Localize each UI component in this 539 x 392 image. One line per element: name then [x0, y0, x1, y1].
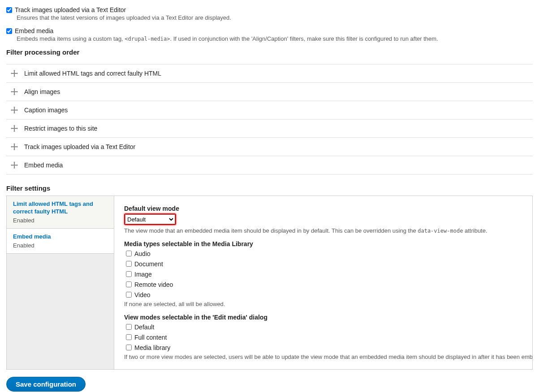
- track-images-help: Ensures that the latest versions of imag…: [17, 14, 533, 21]
- view-mode-media-library-checkbox[interactable]: [126, 345, 132, 350]
- tab-sub: Enabled: [13, 242, 108, 249]
- order-item[interactable]: Track images uploaded via a Text Editor: [6, 138, 533, 156]
- tabs-content: Default view mode Default The view mode …: [114, 196, 532, 369]
- default-view-mode-desc: The view mode that an embedded media ite…: [124, 227, 522, 234]
- media-type-image-checkbox[interactable]: [126, 271, 132, 277]
- drag-handle-icon[interactable]: [11, 88, 18, 95]
- media-type-option: Audio: [134, 250, 151, 257]
- filter-order-heading: Filter processing order: [6, 48, 533, 56]
- embed-media-label: Embed media: [15, 27, 53, 34]
- drag-handle-icon[interactable]: [11, 70, 18, 77]
- tabs-sidebar: Limit allowed HTML tags and correct faul…: [7, 196, 114, 369]
- filter-settings-heading: Filter settings: [6, 184, 533, 192]
- tab-title: Embed media: [13, 233, 108, 241]
- track-images-label: Track images uploaded via a Text Editor: [15, 6, 126, 13]
- drag-handle-icon[interactable]: [11, 143, 18, 150]
- default-view-mode-select-wrap: Default: [124, 213, 176, 225]
- default-view-mode-label: Default view mode: [124, 205, 522, 212]
- track-images-checkbox[interactable]: [6, 7, 12, 13]
- filter-settings-tabs: Limit allowed HTML tags and correct faul…: [6, 196, 533, 370]
- tab-embed-media[interactable]: Embed media Enabled: [7, 229, 114, 254]
- embed-media-checkbox[interactable]: [6, 28, 12, 34]
- view-mode-option: Default: [134, 324, 154, 331]
- media-type-option: Remote video: [134, 281, 173, 288]
- media-types-help: If none are selected, all will be allowe…: [124, 301, 522, 307]
- save-configuration-button[interactable]: Save configuration: [6, 377, 86, 392]
- media-type-document-checkbox[interactable]: [126, 261, 132, 267]
- media-type-remote-video-checkbox[interactable]: [126, 281, 132, 287]
- drag-handle-icon[interactable]: [11, 162, 18, 169]
- order-item-label: Align images: [24, 88, 60, 95]
- order-item-label: Embed media: [24, 162, 63, 169]
- media-type-option: Document: [134, 260, 163, 268]
- media-type-option: Video: [134, 291, 151, 298]
- order-item-label: Limit allowed HTML tags and correct faul…: [24, 70, 161, 77]
- order-item[interactable]: Limit allowed HTML tags and correct faul…: [6, 64, 533, 83]
- view-modes-list: Default Full content Media library: [124, 323, 522, 352]
- tab-limit-html[interactable]: Limit allowed HTML tags and correct faul…: [7, 196, 114, 229]
- drag-handle-icon[interactable]: [11, 107, 18, 114]
- view-modes-help: If two or more view modes are selected, …: [124, 354, 522, 360]
- view-mode-full-content-checkbox[interactable]: [126, 334, 132, 340]
- order-item[interactable]: Align images: [6, 83, 533, 101]
- view-mode-option: Media library: [134, 344, 170, 351]
- drag-handle-icon[interactable]: [11, 125, 18, 132]
- order-item-label: Track images uploaded via a Text Editor: [24, 143, 135, 150]
- order-item[interactable]: Caption images: [6, 101, 533, 119]
- embed-media-help: Embeds media items using a custom tag, <…: [17, 35, 533, 42]
- order-item[interactable]: Embed media: [6, 156, 533, 175]
- media-type-audio-checkbox[interactable]: [126, 251, 132, 256]
- filter-checkbox-embed-media: Embed media Embeds media items using a c…: [6, 27, 533, 42]
- media-types-list: Audio Document Image Remote video Video: [124, 249, 522, 299]
- filter-order-list: Limit allowed HTML tags and correct faul…: [6, 64, 533, 175]
- view-modes-label: View modes selectable in the 'Edit media…: [124, 314, 522, 321]
- tab-title: Limit allowed HTML tags and correct faul…: [13, 200, 108, 216]
- filter-checkbox-track-images: Track images uploaded via a Text Editor …: [6, 6, 533, 21]
- order-item[interactable]: Restrict images to this site: [6, 119, 533, 138]
- default-view-mode-select[interactable]: Default: [125, 214, 175, 224]
- order-item-label: Caption images: [24, 107, 68, 114]
- media-type-video-checkbox[interactable]: [126, 292, 132, 298]
- view-mode-default-checkbox[interactable]: [126, 324, 132, 330]
- order-item-label: Restrict images to this site: [24, 125, 97, 132]
- media-type-option: Image: [134, 271, 152, 278]
- view-mode-option: Full content: [134, 334, 167, 341]
- tab-sub: Enabled: [13, 217, 108, 224]
- media-types-label: Media types selectable in the Media Libr…: [124, 240, 522, 247]
